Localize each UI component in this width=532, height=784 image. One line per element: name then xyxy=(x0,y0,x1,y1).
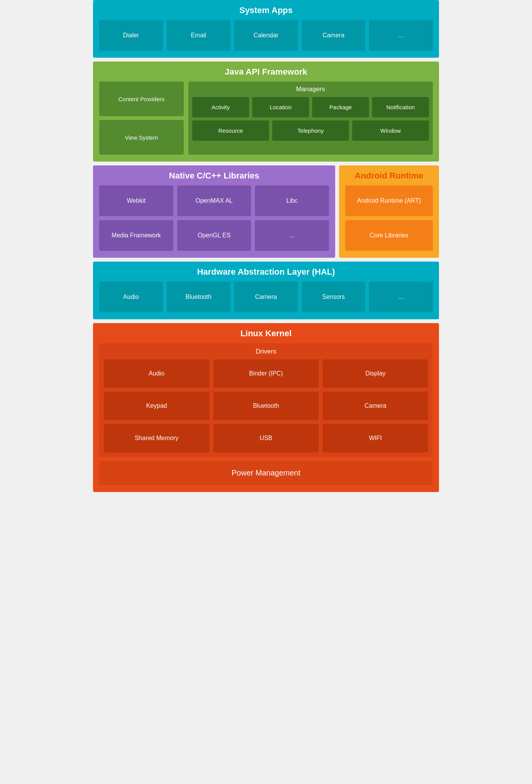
managers-title: Managers xyxy=(192,85,429,93)
drivers-box: Drivers AudioBinder (IPC)DisplayKeypadBl… xyxy=(99,343,433,457)
java-api-layer: Java API Framework Content ProvidersView… xyxy=(93,62,439,162)
middle-row: Native C/C++ Libraries WebkitOpenMAX ALL… xyxy=(93,165,439,258)
driver-tile: Camera xyxy=(323,392,428,420)
drivers-title: Drivers xyxy=(104,348,428,355)
hal-tile: ... xyxy=(369,282,433,312)
hal-tile: Audio xyxy=(99,282,163,312)
drivers-grid: AudioBinder (IPC)DisplayKeypadBluetoothC… xyxy=(104,359,428,452)
manager-tile: Telephony xyxy=(272,120,349,141)
driver-tile: USB xyxy=(213,424,319,452)
hal-title: Hardware Abstraction Layer (HAL) xyxy=(99,267,433,277)
java-api-inner: Content ProvidersView System Managers Ac… xyxy=(99,82,433,155)
hal-tile: Sensors xyxy=(302,282,366,312)
driver-tile: WIFI xyxy=(323,424,428,452)
managers-box: Managers ActivityLocationPackageNotifica… xyxy=(188,82,433,155)
hal-tile: Bluetooth xyxy=(167,282,231,312)
android-runtime-title: Android Runtime xyxy=(345,171,433,181)
native-tile: ... xyxy=(255,220,329,251)
android-runtime-layer: Android Runtime Android Runtime (ART)Cor… xyxy=(339,165,439,258)
native-tile: Webkit xyxy=(99,185,173,216)
system-apps-tile: Dialer xyxy=(99,20,163,51)
system-apps-title: System Apps xyxy=(99,5,433,15)
hal-layer: Hardware Abstraction Layer (HAL) AudioBl… xyxy=(93,262,439,319)
managers-row2: ResourceTelephonyWindow xyxy=(192,120,429,141)
hal-tile: Camera xyxy=(234,282,298,312)
native-tiles: WebkitOpenMAX ALLibcMedia FrameworkOpenG… xyxy=(99,185,329,251)
driver-tile: Audio xyxy=(104,359,209,388)
native-tile: Libc xyxy=(255,185,329,216)
android-runtime-tile: Core Libraries xyxy=(345,220,433,251)
linux-kernel-layer: Linux Kernel Drivers AudioBinder (IPC)Di… xyxy=(93,323,439,492)
managers-row1: ActivityLocationPackageNotification xyxy=(192,97,429,117)
java-api-left: Content ProvidersView System xyxy=(99,82,184,155)
manager-tile: Location xyxy=(252,97,309,117)
driver-tile: Binder (IPC) xyxy=(213,359,319,388)
manager-tile: Package xyxy=(312,97,369,117)
power-management: Power Management xyxy=(99,461,433,485)
driver-tile: Keypad xyxy=(104,392,209,420)
native-tile: OpenMAX AL xyxy=(177,185,251,216)
system-apps-tile: Camera xyxy=(302,20,366,51)
driver-tile: Display xyxy=(323,359,428,388)
manager-tile: Activity xyxy=(192,97,249,117)
driver-tile: Shared Memory xyxy=(104,424,209,452)
java-api-left-tile: Content Providers xyxy=(99,82,184,116)
linux-kernel-title: Linux Kernel xyxy=(99,329,433,339)
system-apps-layer: System Apps DialerEmailCalendarCamera... xyxy=(93,0,439,58)
system-apps-tile: Email xyxy=(167,20,231,51)
java-api-left-tile: View System xyxy=(99,120,184,155)
native-libs-title: Native C/C++ Libraries xyxy=(99,171,329,181)
android-runtime-tile: Android Runtime (ART) xyxy=(345,185,433,216)
system-apps-tile: ... xyxy=(369,20,433,51)
system-apps-tile: Calendar xyxy=(234,20,298,51)
native-libs-layer: Native C/C++ Libraries WebkitOpenMAX ALL… xyxy=(93,165,335,258)
system-apps-tiles: DialerEmailCalendarCamera... xyxy=(99,20,433,51)
native-tile: OpenGL ES xyxy=(177,220,251,251)
manager-tile: Window xyxy=(352,120,429,141)
hal-tiles: AudioBluetoothCameraSensors... xyxy=(99,282,433,312)
manager-tile: Notification xyxy=(372,97,429,117)
native-tile: Media Framework xyxy=(99,220,173,251)
java-api-title: Java API Framework xyxy=(99,67,433,77)
driver-tile: Bluetooth xyxy=(213,392,319,420)
manager-tile: Resource xyxy=(192,120,269,141)
